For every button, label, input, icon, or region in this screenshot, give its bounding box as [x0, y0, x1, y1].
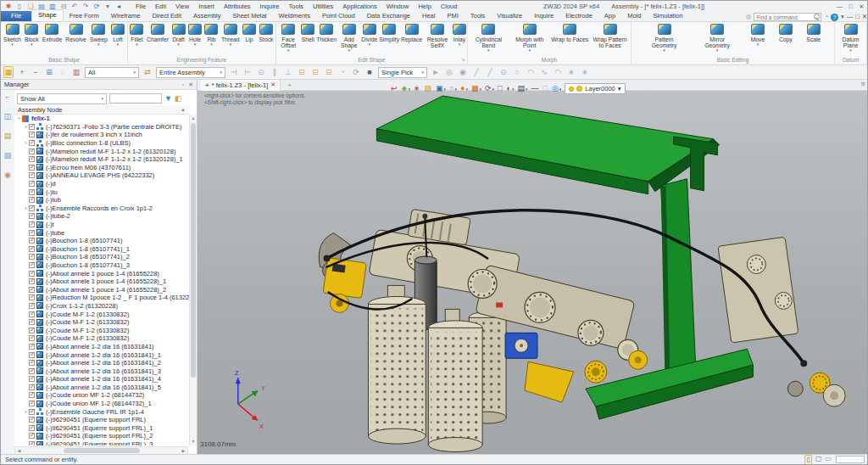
pick-chain-icon[interactable]: ◉	[458, 67, 468, 77]
pick-plus-icon[interactable]: ◎	[444, 67, 454, 77]
tree-row[interactable]: (-)Bouchon 1-8 (65107741)_3	[14, 261, 189, 270]
visibility-checkbox[interactable]	[29, 376, 35, 382]
tree-row[interactable]: (-)About annele 1 pouce 1-4 (61655228)	[14, 269, 189, 277]
visibility-checkbox[interactable]	[29, 271, 35, 277]
component-folder-icon[interactable]: ⊟	[324, 67, 334, 77]
sketch-arc3-icon[interactable]: ◠	[553, 67, 563, 77]
visibility-checkbox[interactable]	[29, 401, 35, 406]
tree-row[interactable]: (-)d	[14, 180, 189, 188]
visibility-checkbox[interactable]	[29, 189, 35, 195]
dropdown-caret-icon[interactable]: ▾	[177, 42, 180, 47]
visibility-checkbox[interactable]	[29, 172, 35, 178]
dialog-launcher-icon[interactable]: ↘	[461, 55, 465, 64]
visibility-checkbox[interactable]	[29, 205, 35, 211]
ribbon-button[interactable]: Lip	[242, 24, 256, 47]
status-input[interactable]	[836, 456, 865, 463]
ribbon-button[interactable]: Sketch ▾	[3, 24, 21, 47]
visual-manager-tab-icon[interactable]: ▧	[4, 151, 12, 160]
visibility-checkbox[interactable]	[29, 384, 35, 390]
ribbon-button[interactable]: Datum Plane ▾	[836, 24, 865, 53]
dropdown-caret-icon[interactable]: ▾	[210, 42, 213, 47]
tree-row[interactable]: (-)About annelé 1-2 dia 16 (61631841)_2	[14, 359, 189, 367]
visibility-checkbox[interactable]	[29, 197, 35, 203]
chevron-down-icon[interactable]: ▾	[526, 87, 528, 92]
visibility-checkbox[interactable]	[29, 124, 35, 130]
role-manager-tab-icon[interactable]: ◉	[4, 171, 11, 179]
pin-panel-icon[interactable]: ⌐	[5, 92, 9, 101]
tree-row[interactable]: (-)fer de roulement 3 inch x 11inch	[14, 131, 189, 139]
ribbon-button[interactable]: Mirror Geometry ▾	[698, 24, 737, 53]
visibility-checkbox[interactable]	[29, 294, 35, 300]
visibility-checkbox[interactable]	[29, 303, 35, 309]
sketch-point2-icon[interactable]: ∗	[580, 67, 590, 77]
tree-row[interactable]: (-)tub	[14, 196, 189, 204]
hide-icon[interactable]: —	[531, 84, 540, 94]
visibility-checkbox[interactable]	[29, 221, 35, 227]
visibility-checkbox[interactable]	[29, 368, 35, 374]
visibility-checkbox[interactable]	[29, 132, 35, 137]
scroll-up-icon[interactable]: ▲	[181, 107, 186, 112]
tree-row[interactable]: (-)Mamelon reduit M-F 1-1-2 x 1-2 (61320…	[14, 147, 189, 155]
help-icon[interactable]: ?	[831, 14, 838, 21]
close-tab-icon[interactable]: ✕	[270, 81, 275, 88]
new-tab-button[interactable]: +	[287, 81, 292, 89]
visibility-checkbox[interactable]	[29, 328, 35, 333]
ribbon-button[interactable]: Extrude	[42, 24, 62, 47]
visibility-checkbox[interactable]	[29, 417, 35, 423]
new-file-icon[interactable]: ▯	[15, 3, 24, 11]
chevron-down-icon[interactable]: ▾	[559, 87, 562, 92]
ribbon-button[interactable]: Cylindrical Bend ▾	[469, 24, 508, 53]
tree-row[interactable]: (-)tube	[14, 228, 189, 237]
ribbon-tab[interactable]: Tools	[465, 11, 492, 21]
filter-dropdown[interactable]: All▾	[85, 67, 139, 78]
close-button[interactable]: ✕	[856, 1, 867, 12]
tree-row[interactable]: › (-)Ensemble Raccords en Croix 1p1-2	[14, 204, 189, 213]
tree-row[interactable]: (-)t	[14, 221, 189, 229]
tree-row[interactable]: (-)Bouchon 1-8 (65107741)_2	[14, 253, 189, 261]
help-caret-icon[interactable]: ▾	[841, 12, 844, 22]
dropdown-caret-icon[interactable]: ▾	[757, 42, 760, 47]
dropdown-caret-icon[interactable]: ▾	[716, 48, 719, 53]
tree-row[interactable]: (-)96290451 (Equerre support FRL)_1	[14, 424, 189, 433]
dropdown-caret-icon[interactable]: ▾	[136, 42, 138, 47]
3d-scene[interactable]: Z Y X	[198, 91, 868, 456]
ribbon-button[interactable]: Wrap Pattern to Faces	[591, 24, 630, 53]
ribbon-button[interactable]: Fillet ▾	[130, 24, 143, 47]
ribbon-button[interactable]: Stock	[259, 24, 273, 47]
ribbon-button[interactable]: Simplify	[379, 24, 399, 47]
tree-row[interactable]: (-)About annelé 1-2 dia 16 (61631841)	[14, 343, 189, 351]
ribbon-tab[interactable]: Visualize	[491, 11, 528, 21]
expand-arrow-icon[interactable]: ›	[23, 409, 29, 415]
ribbon-button[interactable]: Sweep ▾	[90, 24, 108, 47]
ribbon-button[interactable]: Move ▾	[751, 24, 765, 47]
ribbon-tab[interactable]: Wireframe	[105, 11, 147, 21]
ribbon-button[interactable]: Wrap to Faces	[551, 24, 588, 47]
visibility-checkbox[interactable]	[29, 254, 35, 260]
chevron-down-icon[interactable]: ▾	[480, 87, 482, 92]
dropdown-caret-icon[interactable]: ▾	[369, 42, 371, 47]
mdi-close-icon[interactable]: ✕	[862, 12, 867, 22]
tree-row[interactable]: (-)Reduction M 1pouce 1-2 _ F 1 pouce 1-…	[14, 294, 189, 302]
dropdown-caret-icon[interactable]: ▾	[348, 48, 350, 53]
sketch-spline-icon[interactable]: ∿	[539, 67, 549, 77]
tree-vertical-scrollbar[interactable]: ▲ ▼	[189, 115, 197, 445]
scrollbar-thumb[interactable]	[64, 448, 140, 453]
visibility-checkbox[interactable]	[29, 425, 35, 431]
ribbon-tab[interactable]: File	[1, 11, 31, 21]
tree-row[interactable]: (-)96290451 (Equerre support FRL)_2	[14, 432, 189, 440]
visibility-checkbox[interactable]	[29, 262, 35, 268]
ribbon-button[interactable]: Loft ▾	[111, 24, 125, 47]
ribbon-button[interactable]: Hole ▾	[188, 24, 202, 47]
ribbon-button[interactable]: Thicken	[316, 24, 337, 47]
ribbon-tab[interactable]: Data Exchange	[361, 11, 416, 21]
tree-row[interactable]: (-)Mamelon reduit M-F 1-1-2 x 1-2 (61320…	[14, 155, 189, 164]
reorder-icon[interactable]: ⇄	[142, 67, 153, 77]
tree-row[interactable]: (-)Coude M-F 1-2 (61330832)	[14, 334, 189, 343]
ribbon-tab[interactable]: Shape	[31, 9, 64, 21]
visibility-checkbox[interactable]	[29, 165, 35, 171]
tree-row[interactable]: (-)Ecrou frein M06 (43707611)	[14, 164, 189, 172]
visibility-checkbox[interactable]	[29, 335, 35, 341]
chevron-down-icon[interactable]: ▾	[408, 87, 410, 92]
restore-button[interactable]: □	[845, 1, 856, 12]
rotate-view-icon[interactable]: ⟳▾	[485, 84, 494, 94]
